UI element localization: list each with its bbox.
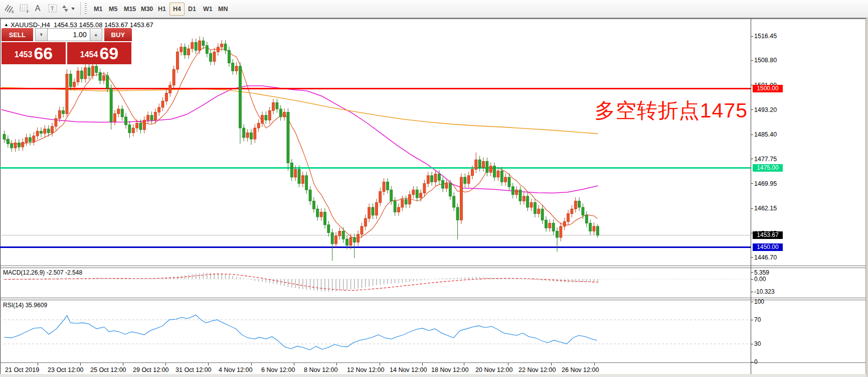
candle	[184, 47, 186, 55]
timeframe-button-m15[interactable]: M15	[120, 3, 139, 16]
candle	[312, 201, 315, 209]
candle	[504, 177, 507, 182]
icon-letter-f: F	[27, 10, 29, 14]
time-axis-label[interactable]: 14 Nov 12:00	[390, 366, 427, 373]
macd-signal-line	[5, 274, 598, 291]
candle	[165, 93, 167, 101]
candle	[25, 138, 28, 143]
timeframe-button-m30[interactable]: M30	[137, 3, 156, 16]
candle	[574, 201, 577, 209]
rsi-panel[interactable]	[0, 315, 751, 350]
candle	[290, 163, 293, 177]
volume-decrease-button[interactable]: ▼	[35, 28, 48, 41]
candle	[596, 226, 599, 235]
price-axis-label: 1469.95	[754, 180, 777, 187]
price-axis-label: 1485.40	[754, 131, 777, 138]
grid-tool-icon[interactable]: F	[18, 2, 31, 15]
candle	[257, 123, 260, 129]
time-axis-label[interactable]: 23 Oct 12:00	[48, 366, 84, 373]
candle	[467, 176, 470, 184]
time-axis-label[interactable]: 20 Nov 12:00	[475, 366, 512, 373]
timeframe-button-m5[interactable]: M5	[105, 3, 121, 16]
macd-axis-label: -10.323	[754, 288, 775, 295]
candle	[456, 207, 459, 220]
timeframe-button-m1[interactable]: M1	[90, 3, 106, 16]
candle	[338, 231, 341, 236]
annotation-text: 多空转折点1475	[595, 97, 748, 124]
candle	[36, 131, 39, 136]
price-badge-1453.67: 1453.67	[753, 231, 783, 239]
time-axis-label[interactable]: 31 Oct 12:00	[176, 366, 212, 373]
time-axis-label[interactable]: 29 Oct 12:00	[133, 366, 169, 373]
time-axis-label[interactable]: 26 Nov 12:00	[562, 366, 599, 373]
candle	[88, 68, 90, 76]
timeframe-button-w1[interactable]: W1	[200, 3, 216, 16]
candle	[62, 110, 65, 113]
candle	[58, 110, 61, 118]
price-axis-label: 1477.75	[754, 156, 777, 163]
candle	[102, 76, 105, 81]
candle	[552, 223, 555, 231]
candle	[442, 180, 444, 188]
macd-panel[interactable]	[0, 273, 751, 292]
candle	[301, 176, 304, 184]
toolbar-grip[interactable]	[85, 3, 87, 14]
window-bottom-strip	[0, 374, 866, 377]
candle	[294, 169, 297, 177]
timeframe-button-mn[interactable]: MN	[215, 3, 231, 16]
candle	[545, 220, 547, 228]
price-axis-label: 1516.45	[754, 33, 777, 40]
candle	[18, 143, 20, 147]
candle	[475, 160, 477, 169]
candle	[268, 110, 271, 120]
sell-button[interactable]: SELL	[2, 28, 33, 41]
timeframe-button-d1[interactable]: D1	[185, 3, 200, 16]
main-chart[interactable]	[0, 48, 751, 247]
candle	[482, 161, 485, 168]
time-axis-label[interactable]: 8 Nov 12:00	[304, 366, 337, 373]
volume-increase-button[interactable]: ▲	[90, 28, 102, 41]
arrows-tool-icon[interactable]	[61, 2, 74, 15]
candle	[508, 177, 510, 187]
candle	[346, 239, 349, 245]
candle	[77, 71, 79, 82]
candle	[364, 218, 367, 226]
candle	[99, 72, 101, 80]
timeframe-button-h4[interactable]: H4	[169, 3, 185, 16]
time-axis-label[interactable]: 22 Nov 12:00	[518, 366, 556, 373]
time-axis-label[interactable]: 25 Oct 12:00	[90, 366, 126, 373]
time-axis-label[interactable]: 6 Nov 12:00	[261, 366, 295, 373]
candle	[323, 212, 326, 225]
candle	[114, 114, 116, 122]
buy-button[interactable]: BUY	[104, 28, 132, 41]
candle	[95, 66, 98, 73]
candle	[228, 50, 230, 63]
sell-price-display[interactable]: 1453 66	[2, 42, 66, 64]
candle	[121, 109, 123, 117]
candle	[84, 68, 87, 79]
time-axis-label[interactable]: 4 Nov 12:00	[219, 366, 252, 373]
time-axis-label[interactable]: 21 Oct 2019	[5, 366, 39, 373]
candle	[397, 207, 400, 212]
candle	[582, 207, 584, 215]
price-badge-1450.00: 1450.00	[753, 243, 783, 251]
buy-price-display[interactable]: 1454 69	[67, 42, 131, 64]
candle	[117, 109, 120, 114]
candle	[578, 201, 581, 207]
candle	[136, 123, 138, 129]
time-axis-label[interactable]: 12 Nov 12:00	[347, 366, 384, 373]
time-axis-label[interactable]: 18 Nov 12:00	[431, 366, 468, 373]
candle	[305, 176, 308, 190]
volume-input[interactable]	[48, 28, 90, 41]
candle	[176, 52, 179, 69]
text-label-icon[interactable]: A	[31, 2, 44, 15]
timeframe-button-h1[interactable]: H1	[154, 3, 169, 16]
sell-price-main: 1453	[15, 47, 33, 62]
trading-app: E F A T M1M5M15M30H1H4D1W1MN ▲XAUUSD-,H4…	[0, 0, 868, 377]
candle	[493, 166, 496, 177]
candle	[401, 199, 404, 207]
text-box-icon[interactable]: T	[46, 2, 59, 15]
candle	[320, 212, 322, 217]
rsi-line	[5, 315, 597, 350]
pattern-tool-icon[interactable]: E	[3, 2, 16, 15]
